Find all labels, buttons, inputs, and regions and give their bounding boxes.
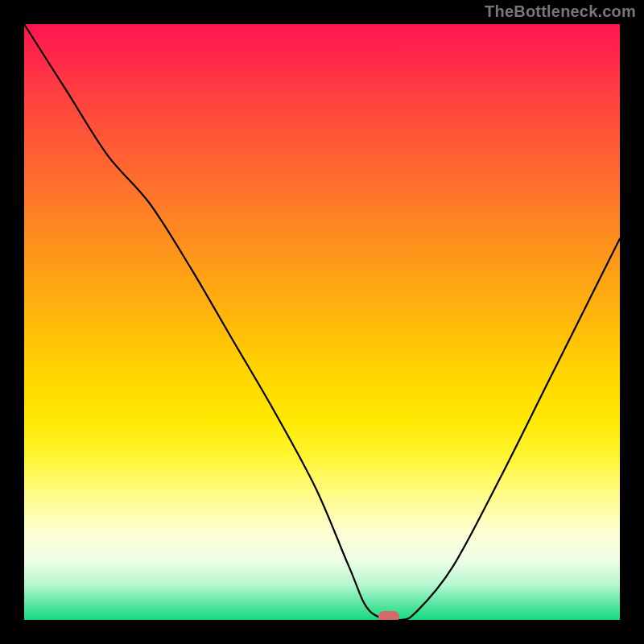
optimum-marker <box>378 611 399 620</box>
plot-area <box>24 24 620 620</box>
watermark-text: TheBottleneck.com <box>485 2 636 21</box>
bottleneck-curve <box>24 24 620 620</box>
bottleneck-curve-path <box>24 24 620 620</box>
chart-stage: TheBottleneck.com <box>0 0 644 644</box>
